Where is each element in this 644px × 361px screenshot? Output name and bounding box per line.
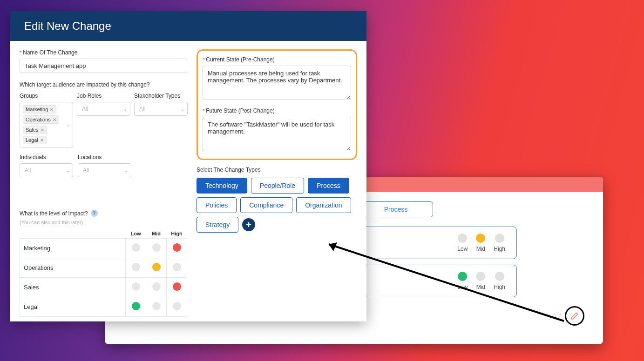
chevron-down-icon: ⌄ — [181, 107, 184, 112]
state-highlight-box: *Current State (Pre-Change) *Future Stat… — [197, 49, 357, 160]
name-label: Name Of The Change — [23, 49, 77, 56]
current-state-input[interactable] — [203, 66, 351, 100]
future-state-label: Future State (Post-Change) — [206, 107, 274, 114]
type-btn-process[interactable]: Process — [308, 178, 349, 194]
tag-operations[interactable]: Operations✕ — [23, 115, 59, 124]
jobroles-label: Job Roles — [77, 93, 130, 99]
impact-dot-mid[interactable] — [476, 272, 485, 281]
impact-dot[interactable] — [132, 302, 140, 310]
table-row: Marketing — [20, 239, 187, 258]
type-btn-compliance[interactable]: Compliance — [240, 197, 292, 213]
impact-dot[interactable] — [152, 263, 161, 271]
preview-tab-process[interactable]: Process — [359, 201, 433, 217]
tag-marketing[interactable]: Marketing✕ — [23, 105, 56, 114]
remove-tag-icon[interactable]: ✕ — [50, 107, 54, 112]
impact-dot[interactable] — [132, 243, 140, 252]
tag-legal[interactable]: Legal✕ — [23, 136, 47, 144]
chevron-down-icon: ⌄ — [124, 168, 128, 173]
remove-tag-icon[interactable]: ✕ — [40, 138, 44, 143]
future-state-input[interactable] — [203, 117, 351, 151]
chevron-down-icon: ⌄ — [66, 122, 70, 127]
right-column: *Current State (Pre-Change) *Future Stat… — [192, 49, 362, 317]
type-btn-technology[interactable]: Technology — [197, 178, 247, 194]
impact-table: Low Mid High Marketing Operations — [20, 229, 187, 317]
impact-dot-low[interactable] — [458, 272, 467, 281]
change-name-input[interactable] — [20, 59, 187, 73]
locations-label: Locations — [78, 154, 131, 160]
table-row: Sales — [20, 278, 187, 297]
type-btn-peoplerole[interactable]: People/Role — [251, 178, 304, 194]
table-row: Operations — [20, 258, 187, 278]
individuals-select[interactable]: All ⌄ — [20, 163, 73, 177]
impact-dot[interactable] — [152, 302, 161, 310]
impact-dot[interactable] — [152, 282, 161, 291]
heart-icon[interactable]: ♡ — [554, 311, 561, 321]
preview-row-dots: Low Mid High — [457, 272, 505, 290]
impact-dot-mid[interactable] — [476, 234, 485, 243]
help-icon[interactable]: ? — [91, 210, 98, 217]
chevron-down-icon: ⌄ — [66, 168, 70, 173]
edit-pencil-highlight — [565, 306, 584, 326]
left-column: *Name Of The Change Which target audienc… — [15, 49, 192, 317]
edit-change-modal: Edit New Change *Name Of The Change Whic… — [10, 11, 366, 321]
audience-question: Which target audience are impacted by th… — [20, 81, 187, 88]
stakeholder-select[interactable]: All ⌄ — [134, 102, 188, 116]
tag-sales[interactable]: Sales✕ — [23, 126, 47, 134]
change-types-label: Select The Change Types — [197, 167, 357, 173]
table-row: Legal — [20, 297, 187, 317]
impact-dot[interactable] — [152, 243, 161, 252]
modal-title: Edit New Change — [10, 11, 366, 41]
impact-section: What is the level of impact? ? (You can … — [20, 210, 187, 317]
impact-dot[interactable] — [132, 282, 140, 291]
add-change-type-button[interactable]: + — [242, 218, 255, 231]
locations-select[interactable]: All ⌄ — [78, 163, 131, 177]
jobroles-select[interactable]: All ⌄ — [77, 102, 130, 116]
preview-row-dots: Low Mid High — [457, 234, 505, 252]
impact-note: (You can also add this later) — [20, 220, 187, 225]
impact-dot[interactable] — [132, 263, 140, 271]
individuals-label: Individuals — [20, 154, 73, 160]
type-btn-strategy[interactable]: Strategy — [197, 217, 238, 233]
type-btn-organization[interactable]: Organization — [296, 197, 351, 213]
remove-tag-icon[interactable]: ✕ — [53, 117, 56, 122]
impact-dot[interactable] — [173, 243, 181, 252]
type-btn-policies[interactable]: Policies — [197, 197, 237, 213]
current-state-label: Current State (Pre-Change) — [206, 56, 274, 63]
preview-actions: ♡ — [554, 306, 584, 326]
impact-dot-high[interactable] — [495, 272, 504, 281]
impact-dot-high[interactable] — [495, 234, 504, 243]
impact-dot-low[interactable] — [458, 234, 467, 243]
stakeholder-label: Stakeholder Types — [134, 93, 188, 99]
impact-dot[interactable] — [173, 263, 181, 271]
impact-title-text: What is the level of impact? — [20, 210, 88, 217]
groups-label: Groups — [20, 93, 73, 99]
impact-dot[interactable] — [173, 302, 181, 310]
remove-tag-icon[interactable]: ✕ — [41, 127, 44, 133]
pencil-icon[interactable] — [570, 312, 579, 320]
groups-select[interactable]: Marketing✕ Operations✕ Sales✕ Legal✕ ⌄ — [20, 102, 73, 147]
chevron-down-icon: ⌄ — [123, 107, 127, 112]
impact-dot[interactable] — [173, 282, 181, 291]
change-type-buttons: Technology People/Role Process Policies … — [197, 178, 357, 233]
